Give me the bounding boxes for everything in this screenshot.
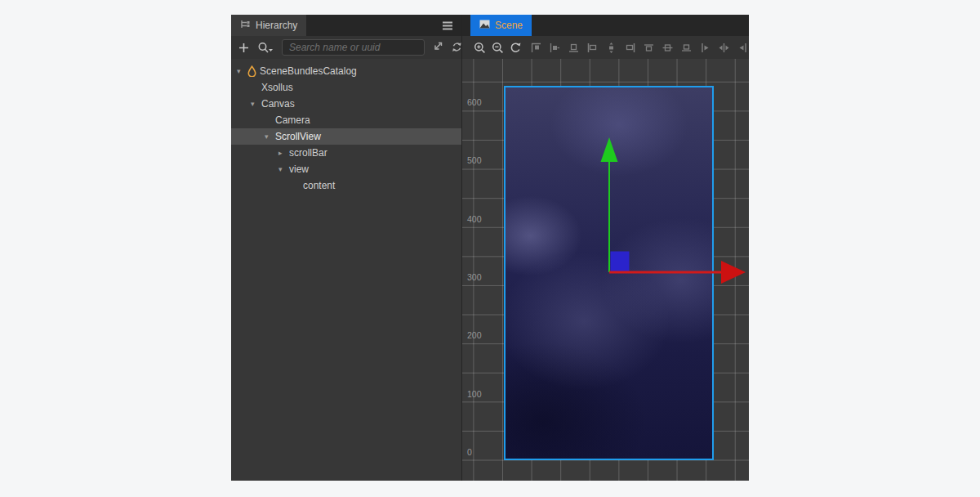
tree-row-view[interactable]: view (231, 161, 461, 177)
align-top-icon[interactable] (528, 40, 544, 55)
expander-down-icon[interactable] (278, 161, 289, 177)
tree-node-label: SceneBundlesCatalog (260, 65, 357, 77)
hierarchy-tab-label: Hierarchy (256, 20, 297, 31)
align-center-icon[interactable] (603, 40, 619, 55)
scene-asset-icon (247, 65, 256, 77)
scene-view-tools (472, 40, 523, 55)
tree-node-label: ScrollView (275, 131, 321, 142)
align-bottom-icon[interactable] (565, 40, 581, 55)
expander-down-icon[interactable] (237, 63, 247, 79)
hierarchy-tree: SceneBundlesCatalog Xsollus Canvas Camer… (231, 59, 461, 481)
zoom-in-icon[interactable] (472, 40, 487, 55)
scene-toolbar (462, 36, 749, 59)
tree-node-label: Camera (275, 114, 310, 126)
scene-panel: Scene (462, 15, 749, 481)
align-left-icon[interactable] (584, 40, 600, 55)
y-axis-arrowhead-icon[interactable] (601, 137, 618, 162)
tree-row-canvas[interactable]: Canvas (231, 96, 461, 112)
hierarchy-toolbar (231, 36, 461, 59)
x-axis-arrowhead-icon[interactable] (721, 261, 746, 284)
tab-scene[interactable]: Scene (470, 15, 532, 36)
distribute-right-icon[interactable] (734, 40, 751, 55)
tab-hierarchy[interactable]: Hierarchy (231, 15, 306, 36)
tree-node-label: Xsollus (261, 82, 293, 93)
align-tools (528, 40, 751, 55)
gizmo-origin-handle[interactable] (611, 252, 630, 273)
distribute-left-icon[interactable] (697, 40, 713, 55)
expander-down-icon[interactable] (265, 128, 275, 145)
align-right-icon[interactable] (621, 40, 638, 55)
scene-tabbar: Scene (462, 15, 749, 36)
tree-node-label: Canvas (261, 98, 295, 110)
tree-node-label: content (303, 180, 335, 191)
scene-viewport[interactable]: 600 500 400 300 200 100 0 (462, 59, 749, 481)
hierarchy-panel: Hierarchy (231, 15, 462, 481)
zoom-out-icon[interactable] (490, 40, 505, 55)
tree-node-label: view (289, 163, 309, 175)
expander-right-icon[interactable] (278, 145, 289, 161)
hierarchy-tree-icon (240, 20, 251, 32)
tree-row-scenebundlescatalog[interactable]: SceneBundlesCatalog (231, 63, 461, 79)
distribute-bottom-icon[interactable] (678, 40, 694, 55)
tree-row-scrollview[interactable]: ScrollView (231, 128, 461, 145)
distribute-center-icon[interactable] (715, 40, 732, 55)
tree-row-camera[interactable]: Camera (231, 112, 461, 128)
search-input[interactable] (282, 39, 425, 56)
hamburger-menu-icon[interactable] (442, 21, 453, 30)
hierarchy-tabbar: Hierarchy (231, 15, 461, 36)
transform-gizmo (462, 59, 749, 481)
hierarchy-toolbar-right (425, 40, 464, 55)
align-middle-icon[interactable] (546, 40, 563, 55)
tree-row-content[interactable]: content (231, 177, 461, 194)
scene-image-icon (479, 20, 490, 31)
distribute-top-icon[interactable] (640, 40, 657, 55)
tree-node-label: scrollBar (289, 147, 327, 159)
reset-view-icon[interactable] (508, 40, 523, 55)
expander-down-icon[interactable] (251, 96, 261, 112)
search-filter-icon[interactable] (256, 40, 275, 55)
plus-icon[interactable] (236, 40, 251, 55)
distribute-middle-icon[interactable] (659, 40, 675, 55)
collapse-all-icon[interactable] (430, 40, 444, 55)
editor-window: Hierarchy (0, 0, 980, 497)
tree-row-xsollus[interactable]: Xsollus (231, 79, 461, 96)
tree-row-scrollbar[interactable]: scrollBar (231, 145, 461, 161)
scene-tab-label: Scene (495, 20, 523, 31)
